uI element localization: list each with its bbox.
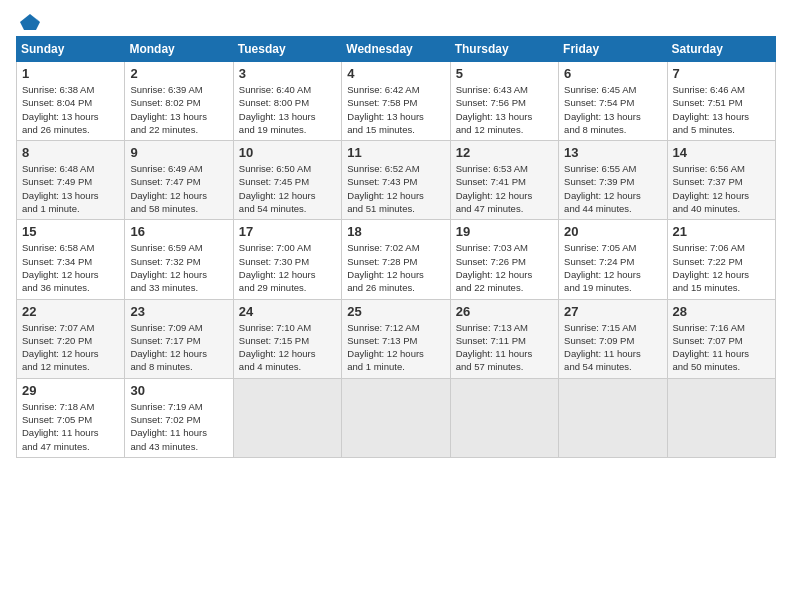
day-number: 12 [456,145,553,160]
calendar-cell: 10Sunrise: 6:50 AM Sunset: 7:45 PM Dayli… [233,141,341,220]
day-info: Sunrise: 6:52 AM Sunset: 7:43 PM Dayligh… [347,162,444,215]
day-info: Sunrise: 7:12 AM Sunset: 7:13 PM Dayligh… [347,321,444,374]
calendar-cell: 15Sunrise: 6:58 AM Sunset: 7:34 PM Dayli… [17,220,125,299]
calendar-cell: 9Sunrise: 6:49 AM Sunset: 7:47 PM Daylig… [125,141,233,220]
calendar-cell: 4Sunrise: 6:42 AM Sunset: 7:58 PM Daylig… [342,62,450,141]
calendar-cell: 24Sunrise: 7:10 AM Sunset: 7:15 PM Dayli… [233,299,341,378]
calendar-cell: 7Sunrise: 6:46 AM Sunset: 7:51 PM Daylig… [667,62,775,141]
day-number: 5 [456,66,553,81]
calendar-cell: 29Sunrise: 7:18 AM Sunset: 7:05 PM Dayli… [17,378,125,457]
day-info: Sunrise: 6:46 AM Sunset: 7:51 PM Dayligh… [673,83,770,136]
day-info: Sunrise: 6:38 AM Sunset: 8:04 PM Dayligh… [22,83,119,136]
calendar-cell: 22Sunrise: 7:07 AM Sunset: 7:20 PM Dayli… [17,299,125,378]
day-info: Sunrise: 6:43 AM Sunset: 7:56 PM Dayligh… [456,83,553,136]
calendar-cell [233,378,341,457]
calendar-header-row: SundayMondayTuesdayWednesdayThursdayFrid… [17,37,776,62]
day-number: 19 [456,224,553,239]
calendar-cell: 8Sunrise: 6:48 AM Sunset: 7:49 PM Daylig… [17,141,125,220]
calendar-cell [450,378,558,457]
calendar-cell: 20Sunrise: 7:05 AM Sunset: 7:24 PM Dayli… [559,220,667,299]
day-number: 6 [564,66,661,81]
day-number: 4 [347,66,444,81]
day-number: 8 [22,145,119,160]
calendar-cell: 5Sunrise: 6:43 AM Sunset: 7:56 PM Daylig… [450,62,558,141]
day-info: Sunrise: 7:19 AM Sunset: 7:02 PM Dayligh… [130,400,227,453]
calendar-cell: 12Sunrise: 6:53 AM Sunset: 7:41 PM Dayli… [450,141,558,220]
day-info: Sunrise: 7:09 AM Sunset: 7:17 PM Dayligh… [130,321,227,374]
day-number: 9 [130,145,227,160]
calendar-cell: 13Sunrise: 6:55 AM Sunset: 7:39 PM Dayli… [559,141,667,220]
calendar-cell: 3Sunrise: 6:40 AM Sunset: 8:00 PM Daylig… [233,62,341,141]
day-info: Sunrise: 7:02 AM Sunset: 7:28 PM Dayligh… [347,241,444,294]
calendar-header-monday: Monday [125,37,233,62]
calendar-week-1: 1Sunrise: 6:38 AM Sunset: 8:04 PM Daylig… [17,62,776,141]
day-info: Sunrise: 6:56 AM Sunset: 7:37 PM Dayligh… [673,162,770,215]
calendar-week-3: 15Sunrise: 6:58 AM Sunset: 7:34 PM Dayli… [17,220,776,299]
day-info: Sunrise: 6:48 AM Sunset: 7:49 PM Dayligh… [22,162,119,215]
calendar-cell: 17Sunrise: 7:00 AM Sunset: 7:30 PM Dayli… [233,220,341,299]
calendar-week-2: 8Sunrise: 6:48 AM Sunset: 7:49 PM Daylig… [17,141,776,220]
day-number: 14 [673,145,770,160]
calendar-cell: 1Sunrise: 6:38 AM Sunset: 8:04 PM Daylig… [17,62,125,141]
day-number: 28 [673,304,770,319]
day-number: 29 [22,383,119,398]
header-area [16,12,776,28]
calendar-header-sunday: Sunday [17,37,125,62]
logo [16,12,42,28]
page-container: SundayMondayTuesdayWednesdayThursdayFrid… [0,0,792,466]
calendar-header-friday: Friday [559,37,667,62]
day-info: Sunrise: 6:50 AM Sunset: 7:45 PM Dayligh… [239,162,336,215]
day-info: Sunrise: 7:00 AM Sunset: 7:30 PM Dayligh… [239,241,336,294]
day-number: 15 [22,224,119,239]
day-info: Sunrise: 7:16 AM Sunset: 7:07 PM Dayligh… [673,321,770,374]
day-number: 21 [673,224,770,239]
day-info: Sunrise: 6:53 AM Sunset: 7:41 PM Dayligh… [456,162,553,215]
day-number: 10 [239,145,336,160]
calendar-cell: 14Sunrise: 6:56 AM Sunset: 7:37 PM Dayli… [667,141,775,220]
day-info: Sunrise: 6:42 AM Sunset: 7:58 PM Dayligh… [347,83,444,136]
day-number: 18 [347,224,444,239]
calendar-cell: 11Sunrise: 6:52 AM Sunset: 7:43 PM Dayli… [342,141,450,220]
day-info: Sunrise: 6:45 AM Sunset: 7:54 PM Dayligh… [564,83,661,136]
day-info: Sunrise: 6:58 AM Sunset: 7:34 PM Dayligh… [22,241,119,294]
calendar-cell: 16Sunrise: 6:59 AM Sunset: 7:32 PM Dayli… [125,220,233,299]
calendar-cell: 30Sunrise: 7:19 AM Sunset: 7:02 PM Dayli… [125,378,233,457]
day-number: 27 [564,304,661,319]
day-number: 25 [347,304,444,319]
day-info: Sunrise: 7:03 AM Sunset: 7:26 PM Dayligh… [456,241,553,294]
day-number: 24 [239,304,336,319]
day-number: 17 [239,224,336,239]
calendar-body: 1Sunrise: 6:38 AM Sunset: 8:04 PM Daylig… [17,62,776,458]
calendar-cell: 23Sunrise: 7:09 AM Sunset: 7:17 PM Dayli… [125,299,233,378]
day-info: Sunrise: 7:06 AM Sunset: 7:22 PM Dayligh… [673,241,770,294]
day-info: Sunrise: 6:49 AM Sunset: 7:47 PM Dayligh… [130,162,227,215]
day-number: 22 [22,304,119,319]
calendar-cell [667,378,775,457]
day-number: 7 [673,66,770,81]
calendar-cell: 2Sunrise: 6:39 AM Sunset: 8:02 PM Daylig… [125,62,233,141]
day-number: 16 [130,224,227,239]
calendar-cell: 26Sunrise: 7:13 AM Sunset: 7:11 PM Dayli… [450,299,558,378]
calendar-header-wednesday: Wednesday [342,37,450,62]
calendar-table: SundayMondayTuesdayWednesdayThursdayFrid… [16,36,776,458]
day-info: Sunrise: 6:55 AM Sunset: 7:39 PM Dayligh… [564,162,661,215]
calendar-cell: 28Sunrise: 7:16 AM Sunset: 7:07 PM Dayli… [667,299,775,378]
day-number: 26 [456,304,553,319]
day-info: Sunrise: 7:15 AM Sunset: 7:09 PM Dayligh… [564,321,661,374]
day-number: 1 [22,66,119,81]
day-number: 20 [564,224,661,239]
logo-icon [18,12,42,32]
calendar-header-thursday: Thursday [450,37,558,62]
day-info: Sunrise: 7:18 AM Sunset: 7:05 PM Dayligh… [22,400,119,453]
calendar-cell: 25Sunrise: 7:12 AM Sunset: 7:13 PM Dayli… [342,299,450,378]
calendar-cell: 6Sunrise: 6:45 AM Sunset: 7:54 PM Daylig… [559,62,667,141]
calendar-week-4: 22Sunrise: 7:07 AM Sunset: 7:20 PM Dayli… [17,299,776,378]
day-number: 23 [130,304,227,319]
calendar-cell: 27Sunrise: 7:15 AM Sunset: 7:09 PM Dayli… [559,299,667,378]
day-info: Sunrise: 7:10 AM Sunset: 7:15 PM Dayligh… [239,321,336,374]
day-info: Sunrise: 6:40 AM Sunset: 8:00 PM Dayligh… [239,83,336,136]
day-info: Sunrise: 6:39 AM Sunset: 8:02 PM Dayligh… [130,83,227,136]
day-info: Sunrise: 7:05 AM Sunset: 7:24 PM Dayligh… [564,241,661,294]
calendar-cell: 19Sunrise: 7:03 AM Sunset: 7:26 PM Dayli… [450,220,558,299]
day-info: Sunrise: 7:13 AM Sunset: 7:11 PM Dayligh… [456,321,553,374]
